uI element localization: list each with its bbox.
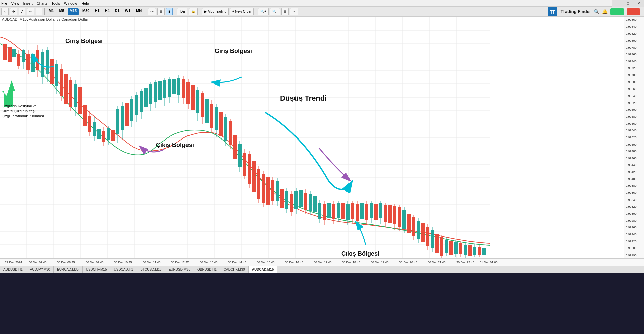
tab-audcad-m15[interactable]: AUDCAD,M15 (249, 266, 278, 273)
svg-rect-159 (290, 194, 293, 212)
tf-m1[interactable]: M1 (47, 8, 56, 15)
minimize-button[interactable]: — (612, 0, 623, 7)
svg-rect-161 (294, 191, 298, 209)
svg-rect-197 (379, 203, 382, 218)
price-level: 0.99420 (626, 170, 643, 174)
grid-btn[interactable]: ⊞ (281, 8, 289, 15)
tab-audjpy-m30[interactable]: AUDJPY,M30 (26, 266, 54, 273)
search-icon[interactable]: 🔍 (594, 9, 599, 14)
svg-rect-163 (299, 190, 303, 207)
svg-rect-235 (468, 245, 472, 256)
price-level: 0.99240 (626, 233, 643, 236)
price-level: 0.99440 (626, 163, 643, 167)
text-tool[interactable]: T (36, 8, 42, 15)
pen-tool[interactable]: ✏ (27, 8, 34, 15)
chart-container: AUDCAD, M15: Australian Dollar vs Canadi… (0, 17, 644, 258)
tf-w1[interactable]: W1 (123, 8, 133, 15)
time-label: 30 Dec 13:45 (200, 261, 218, 264)
notifications-icon[interactable]: 🔔 (602, 9, 608, 14)
svg-rect-131 (224, 117, 227, 141)
tab-btcusd-m15[interactable]: BTCUSD,M15 (137, 266, 165, 273)
svg-rect-185 (351, 203, 354, 219)
time-axis: 29 Dec 2024 30 Dec 07:45 30 Dec 08:45 30… (0, 258, 644, 266)
tab-cadchf-m30[interactable]: CADCHF,M30 (220, 266, 249, 273)
svg-rect-103 (158, 81, 162, 100)
svg-rect-111 (177, 78, 180, 95)
sep5 (256, 8, 256, 15)
svg-rect-65 (69, 80, 72, 107)
menu-help[interactable]: Help (81, 1, 89, 5)
svg-rect-117 (191, 85, 195, 110)
svg-text:Çıkış Bölgesi: Çıkış Bölgesi (156, 142, 194, 148)
svg-rect-107 (168, 79, 171, 97)
menu-window[interactable]: Window (64, 1, 77, 5)
maximize-button[interactable]: □ (623, 0, 633, 7)
svg-rect-233 (464, 245, 467, 255)
svg-rect-179 (337, 203, 340, 218)
candle-chart-btn[interactable]: ▮ (166, 8, 173, 15)
tab-usdchf-m15[interactable]: USDCHF,M15 (83, 266, 111, 273)
price-level: 0.99540 (626, 129, 643, 132)
bar-chart-btn[interactable]: ⊞ (157, 8, 165, 15)
tab-eurusd-m30[interactable]: EURUSD,M30 (165, 266, 194, 273)
cursor-tool[interactable]: ↖ (1, 8, 9, 15)
svg-rect-221 (435, 234, 439, 253)
close-button[interactable]: ✕ (633, 0, 644, 7)
price-level: 0.99700 (626, 73, 643, 77)
price-level: 0.99780 (626, 46, 643, 49)
crosshair-tool[interactable]: ✛ (10, 8, 17, 15)
svg-rect-237 (473, 247, 476, 255)
tf-h4[interactable]: H4 (103, 8, 112, 15)
tf-m5[interactable]: M5 (57, 8, 66, 15)
svg-rect-169 (313, 196, 317, 212)
line-chart-btn[interactable]: 〜 (148, 8, 156, 15)
svg-rect-93 (135, 95, 138, 115)
svg-rect-157 (285, 191, 288, 209)
tf-mn[interactable]: MN (134, 8, 144, 15)
header-right: TF Trading Finder 🔍 🔔 (547, 6, 643, 17)
menu-view[interactable]: View (11, 1, 19, 5)
algo-trading-label: Algo Trading (208, 10, 226, 13)
price-level: 0.99300 (626, 212, 643, 215)
tab-audusd-h1[interactable]: AUDUSD,H1 (0, 266, 26, 273)
svg-text:Çizgilerin Kesişimi ve: Çizgilerin Kesişimi ve (2, 104, 37, 108)
chart-canvas[interactable]: AUDCAD, M15: Australian Dollar vs Canadi… (0, 17, 490, 258)
time-label: 30 Dec 20:45 (399, 261, 417, 264)
menu-charts[interactable]: Charts (37, 1, 47, 5)
svg-rect-191 (365, 204, 368, 220)
tf-m15[interactable]: M15 (68, 8, 79, 15)
price-level: 0.99260 (626, 226, 643, 229)
menu-tools[interactable]: Tools (51, 1, 60, 5)
tf-h1[interactable]: H1 (93, 8, 101, 15)
zoom-in-btn[interactable]: 🔍+ (258, 8, 269, 15)
svg-rect-71 (83, 105, 87, 126)
svg-rect-61 (60, 69, 63, 96)
new-order-btn[interactable]: + New Order (230, 8, 254, 15)
svg-rect-223 (440, 237, 443, 256)
time-label: 30 Dec 12:45 (171, 261, 189, 264)
price-level: 0.99320 (626, 205, 643, 208)
algo-trading-btn[interactable]: ▶ Algo Trading (202, 8, 229, 15)
svg-rect-149 (266, 177, 270, 205)
menu-insert[interactable]: Insert (23, 1, 33, 5)
time-label: 30 Dec 17:45 (314, 261, 332, 264)
svg-rect-135 (233, 135, 237, 159)
ide-btn[interactable]: IDE (177, 8, 187, 15)
svg-rect-57 (50, 59, 54, 84)
tab-usdcad-h1[interactable]: USDCAD,H1 (110, 266, 137, 273)
svg-rect-203 (393, 206, 396, 224)
tab-eurcad-m30[interactable]: EURCAD,M30 (54, 266, 82, 273)
menu-file[interactable]: File (1, 1, 7, 5)
lock-btn[interactable]: 🔒 (189, 8, 198, 15)
time-label: 31 Dec 01:00 (480, 261, 498, 264)
tf-d1[interactable]: D1 (113, 8, 122, 15)
zoom-out-btn[interactable]: 🔍- (270, 8, 280, 15)
scroll-btn[interactable]: ↔ (290, 8, 298, 15)
tf-m30[interactable]: M30 (80, 8, 91, 15)
price-level: 0.99460 (626, 157, 643, 160)
svg-rect-195 (374, 204, 378, 220)
svg-text:Düşüş Trendi: Düşüş Trendi (280, 94, 327, 102)
svg-marker-242 (2, 80, 15, 107)
line-tool[interactable]: ╱ (19, 8, 25, 15)
tab-gbpusd-h1[interactable]: GBPUSD,H1 (194, 266, 220, 273)
